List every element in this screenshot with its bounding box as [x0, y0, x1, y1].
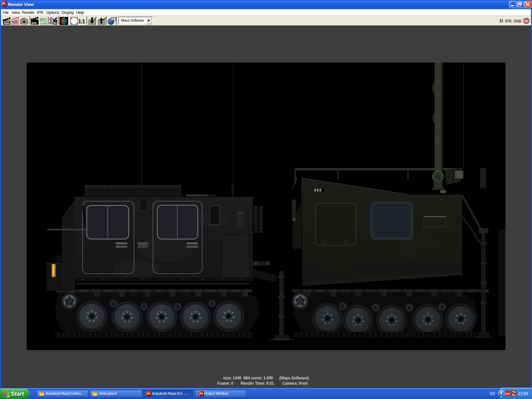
svg-text:IPR: IPR [41, 21, 46, 24]
svg-text:IPR: IPR [32, 22, 37, 25]
svg-text:1:1: 1:1 [78, 19, 85, 24]
svg-text:IPR: IPR [524, 20, 528, 22]
svg-text:ATI: ATI [505, 392, 510, 395]
